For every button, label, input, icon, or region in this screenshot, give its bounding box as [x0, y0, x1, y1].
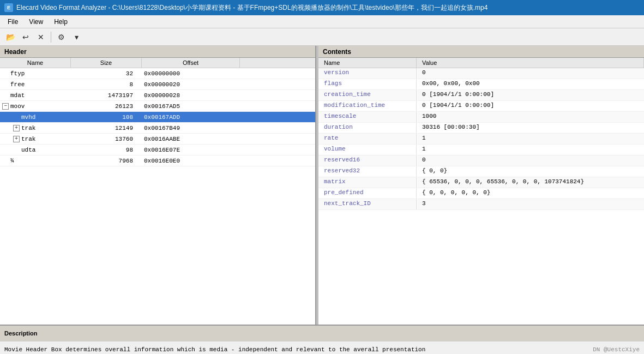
open-button[interactable]: 📂: [3, 30, 17, 44]
tree-cell-name: udta: [0, 146, 71, 154]
tree-row[interactable]: −moov261230x00167AD5: [0, 101, 315, 112]
tree-row[interactable]: udta980x0016E07E: [0, 145, 315, 155]
contents-row[interactable]: timescale1000: [318, 112, 644, 123]
tree-cell-size: 12149: [71, 124, 142, 132]
tree-cell-size: 1473197: [71, 92, 142, 99]
tree-row[interactable]: +trak121490x00167B49: [0, 123, 315, 134]
contents-cell-value: 0x00, 0x00, 0x00: [417, 79, 644, 89]
tree-row[interactable]: ftyp320x00000000: [0, 68, 315, 79]
tree-cell-offset: 0x00167AD5: [142, 103, 240, 110]
contents-row[interactable]: volume1: [318, 145, 644, 155]
tree-cell-offset: 0x00000028: [142, 92, 240, 99]
app-icon: E: [4, 3, 13, 12]
contents-row[interactable]: version0: [318, 68, 644, 79]
tree-row[interactable]: free80x00000020: [0, 79, 315, 90]
contents-cell-name: next_track_ID: [318, 199, 417, 209]
contents-col-value: Value: [417, 58, 644, 68]
description-bar: Description: [0, 325, 644, 341]
tree-cell-size: 26123: [71, 103, 142, 110]
contents-cell-value: 1: [417, 134, 644, 144]
tree-col-size: Size: [71, 58, 142, 68]
tree-row[interactable]: mvhd1080x00167ADD: [0, 112, 315, 123]
contents-cell-value: 30316 [00:00:30]: [417, 123, 644, 133]
contents-row[interactable]: next_track_ID3: [318, 199, 644, 210]
tree-cell-size: 108: [71, 113, 142, 121]
tree-cell-size: 98: [71, 146, 142, 154]
title-bar: E Elecard Video Format Analyzer - C:\Use…: [0, 0, 644, 15]
description-text: Movie Header Box determines overall info…: [4, 346, 425, 353]
contents-row[interactable]: creation_time0 [1904/1/1 0:00:00]: [318, 90, 644, 101]
tree-cell-name: free: [0, 81, 71, 88]
contents-cell-name: flags: [318, 79, 417, 89]
contents-cell-value: 0 [1904/1/1 0:00:00]: [417, 90, 644, 100]
contents-col-name: Name: [318, 58, 417, 68]
tree-cell-name: mdat: [0, 92, 71, 99]
contents-cell-value: { 0, 0}: [417, 166, 644, 177]
contents-cell-name: rate: [318, 134, 417, 144]
contents-table[interactable]: Name Value version0flags0x00, 0x00, 0x00…: [318, 58, 644, 325]
tree-cell-name: −moov: [0, 103, 71, 110]
tree-cell-name: mvhd: [0, 113, 71, 121]
tree-cell-name: +trak: [0, 135, 71, 143]
tree-cell-name: ¾: [0, 157, 71, 165]
contents-cell-value: 1: [417, 145, 644, 155]
tree-col-name: Name: [0, 58, 71, 68]
settings-button[interactable]: ⚙: [54, 30, 68, 44]
undo-button[interactable]: ↩: [19, 30, 33, 44]
tree-name-text: free: [10, 81, 25, 88]
main-content: Header Name Size Offset ftyp320x00000000…: [0, 46, 644, 325]
tree-name-text: mdat: [10, 92, 25, 99]
contents-cell-value: { 65536, 0, 0, 0, 65536, 0, 0, 0, 107374…: [417, 177, 644, 188]
contents-row[interactable]: rate1: [318, 134, 644, 145]
contents-cell-name: modification_time: [318, 101, 417, 111]
tree-name-text: ¾: [10, 158, 14, 164]
tree-col-offset: Offset: [142, 58, 240, 68]
contents-cell-value: 0: [417, 155, 644, 166]
tree-cell-offset: 0x0016E0E0: [142, 157, 240, 165]
contents-row[interactable]: reserved160: [318, 155, 644, 166]
contents-cell-value: { 0, 0, 0, 0, 0, 0}: [417, 188, 644, 199]
contents-row[interactable]: pre_defined{ 0, 0, 0, 0, 0, 0}: [318, 188, 644, 199]
contents-row[interactable]: flags0x00, 0x00, 0x00: [318, 79, 644, 90]
more-button[interactable]: ▾: [69, 30, 83, 44]
left-panel: Header Name Size Offset ftyp320x00000000…: [0, 46, 316, 325]
tree-row[interactable]: mdat14731970x00000028: [0, 90, 315, 101]
contents-cell-name: matrix: [318, 177, 417, 188]
menu-file[interactable]: File: [2, 17, 23, 27]
tree-table[interactable]: Name Size Offset ftyp320x00000000free80x…: [0, 58, 315, 325]
tree-name-text: trak: [21, 136, 35, 142]
close-button[interactable]: ✕: [34, 30, 48, 44]
menu-bar: File View Help: [0, 15, 644, 28]
description-text-bar: Movie Header Box determines overall info…: [0, 341, 644, 354]
contents-row[interactable]: reserved32{ 0, 0}: [318, 166, 644, 177]
contents-column-headers: Name Value: [318, 58, 644, 68]
tree-name-text: udta: [21, 147, 35, 153]
contents-cell-name: reserved32: [318, 166, 417, 177]
tree-name-text: mvhd: [21, 114, 35, 121]
tree-cell-offset: 0x00000020: [142, 81, 240, 88]
contents-row[interactable]: modification_time0 [1904/1/1 0:00:00]: [318, 101, 644, 112]
contents-cell-name: pre_defined: [318, 188, 417, 199]
contents-cell-name: creation_time: [318, 90, 417, 100]
expand-icon[interactable]: +: [13, 125, 20, 131]
expand-icon[interactable]: −: [2, 103, 9, 110]
contents-row[interactable]: duration30316 [00:00:30]: [318, 123, 644, 134]
tree-column-headers: Name Size Offset: [0, 58, 315, 68]
tree-row[interactable]: ¾79680x0016E0E0: [0, 155, 315, 166]
contents-cell-value: 1000: [417, 112, 644, 122]
menu-help[interactable]: Help: [49, 17, 73, 27]
tree-cell-size: 13760: [71, 135, 142, 143]
tree-name-text: trak: [21, 125, 35, 131]
description-header: Description: [4, 330, 640, 337]
contents-row[interactable]: matrix{ 65536, 0, 0, 0, 65536, 0, 0, 0, …: [318, 177, 644, 188]
tree-cell-offset: 0x00000000: [142, 70, 240, 77]
contents-cell-name: reserved16: [318, 155, 417, 166]
tree-rows: ftyp320x00000000free80x00000020mdat14731…: [0, 68, 315, 166]
tree-cell-name: +trak: [0, 124, 71, 132]
tree-cell-size: 7968: [71, 157, 142, 165]
expand-icon[interactable]: +: [13, 136, 20, 142]
contents-cell-value: 0 [1904/1/1 0:00:00]: [417, 101, 644, 111]
tree-row[interactable]: +trak137600x0016AABE: [0, 134, 315, 145]
contents-cell-name: timescale: [318, 112, 417, 122]
menu-view[interactable]: View: [23, 17, 49, 27]
